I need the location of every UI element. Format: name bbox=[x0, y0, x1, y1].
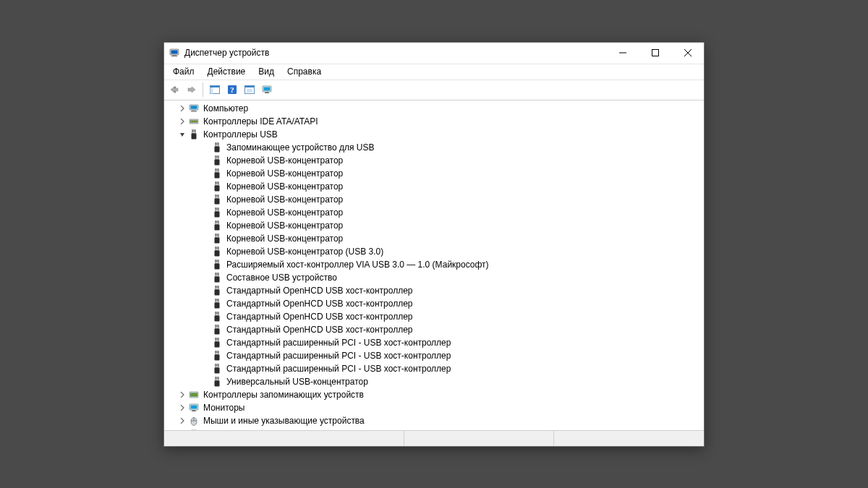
monitor-icon bbox=[261, 84, 273, 95]
svg-rect-54 bbox=[216, 208, 216, 210]
show-monitors-button[interactable] bbox=[258, 82, 275, 98]
usb-icon bbox=[211, 155, 223, 166]
minimize-button[interactable] bbox=[606, 43, 639, 64]
svg-rect-90 bbox=[216, 325, 216, 327]
expander-collapsed-icon[interactable] bbox=[177, 418, 187, 424]
menu-file[interactable]: Файл bbox=[167, 65, 200, 78]
tree-node-ide[interactable]: Контроллеры IDE ATA/ATAPI bbox=[167, 115, 704, 128]
menu-view[interactable]: Вид bbox=[252, 65, 280, 78]
tree-node-usb-device[interactable]: Корневой USB-концентратор (USB 3.0) bbox=[167, 245, 704, 258]
svg-point-28 bbox=[195, 121, 196, 121]
svg-rect-2 bbox=[172, 55, 176, 56]
minimize-icon bbox=[619, 49, 626, 56]
computer-icon bbox=[188, 103, 200, 114]
usb-icon bbox=[211, 272, 223, 283]
svg-rect-22 bbox=[192, 110, 196, 111]
tree-label: Запоминающее устройство для USB bbox=[225, 142, 375, 153]
menu-action[interactable]: Действие bbox=[202, 65, 252, 78]
svg-point-112 bbox=[193, 394, 195, 395]
svg-rect-5 bbox=[652, 50, 658, 56]
tree-label: Корневой USB-концентратор (USB 3.0) bbox=[225, 247, 385, 257]
status-cell bbox=[404, 431, 555, 446]
tree-node-usb-device[interactable]: Стандартный OpenHCD USB хост-контроллер bbox=[167, 310, 704, 323]
expander-collapsed-icon[interactable] bbox=[177, 119, 187, 124]
tree-node-monitors[interactable]: Мониторы bbox=[167, 401, 704, 414]
tree-label: Корневой USB-концентратор bbox=[225, 221, 344, 231]
svg-rect-42 bbox=[216, 169, 216, 171]
scan-hw-button[interactable] bbox=[241, 82, 258, 98]
svg-rect-60 bbox=[215, 224, 220, 230]
svg-rect-98 bbox=[216, 351, 216, 353]
svg-rect-50 bbox=[216, 195, 216, 197]
tree-node-usb-device[interactable]: Расширяемый хост-контроллер VIA USB 3.0 … bbox=[167, 258, 704, 271]
svg-rect-66 bbox=[216, 247, 216, 249]
svg-rect-23 bbox=[191, 111, 197, 111]
device-manager-window: Диспетчер устройств Файл Действие Вид Сп… bbox=[163, 42, 705, 447]
svg-rect-34 bbox=[216, 143, 216, 145]
content-area: Компьютер Контроллеры IDE ATA/ATAPI bbox=[164, 100, 704, 430]
tree-node-storage-controllers[interactable]: Контроллеры запоминающих устройств bbox=[167, 388, 704, 401]
tree-node-usb-device[interactable]: Стандартный расширенный PCI - USB хост-к… bbox=[167, 349, 704, 362]
usb-icon bbox=[211, 207, 223, 218]
tree-node-usb-device[interactable]: Корневой USB-концентратор bbox=[167, 193, 704, 206]
show-hide-tree-button[interactable] bbox=[206, 82, 223, 98]
tree-node-mice[interactable]: Мыши и иные указывающие устройства bbox=[167, 414, 704, 427]
tree-node-usb-device[interactable]: Корневой USB-концентратор bbox=[167, 219, 704, 232]
maximize-button[interactable] bbox=[639, 43, 671, 64]
tree-node-usb-device[interactable]: Корневой USB-концентратор bbox=[167, 154, 704, 167]
tree-node-usb-device[interactable]: Стандартный расширенный PCI - USB хост-к… bbox=[167, 362, 704, 375]
status-cell bbox=[554, 431, 704, 446]
svg-rect-103 bbox=[218, 364, 218, 366]
usb-icon bbox=[211, 233, 223, 244]
svg-rect-43 bbox=[218, 169, 218, 171]
svg-rect-116 bbox=[192, 410, 195, 411]
tree-node-usb-controllers[interactable]: Контроллеры USB bbox=[167, 128, 704, 141]
tree-node-usb-device[interactable]: Корневой USB-концентратор bbox=[167, 180, 704, 193]
usb-icon bbox=[211, 324, 223, 335]
tree-node-computer[interactable]: Компьютер bbox=[167, 102, 704, 115]
svg-rect-51 bbox=[218, 195, 218, 197]
tree-node-usb-device[interactable]: Стандартный OpenHCD USB хост-контроллер bbox=[167, 297, 704, 310]
storage-controller-icon bbox=[188, 389, 200, 401]
svg-rect-59 bbox=[218, 221, 218, 223]
forward-button[interactable] bbox=[183, 82, 200, 98]
arrow-right-icon bbox=[186, 84, 197, 95]
svg-point-113 bbox=[195, 394, 197, 395]
menu-help[interactable]: Справка bbox=[281, 65, 327, 78]
tree-node-usb-device[interactable]: Стандартный расширенный PCI - USB хост-к… bbox=[167, 336, 704, 349]
svg-rect-1 bbox=[171, 51, 178, 54]
device-tree[interactable]: Компьютер Контроллеры IDE ATA/ATAPI bbox=[164, 101, 704, 430]
back-button[interactable] bbox=[166, 82, 182, 98]
svg-rect-18 bbox=[265, 92, 268, 93]
usb-icon bbox=[211, 246, 223, 257]
tree-node-usb-device[interactable]: Корневой USB-концентратор bbox=[167, 206, 704, 219]
tree-label: Корневой USB-концентратор bbox=[225, 207, 344, 218]
expander-collapsed-icon[interactable] bbox=[177, 405, 187, 411]
tree-node-usb-device[interactable]: Корневой USB-концентратор bbox=[167, 167, 704, 180]
tree-node-usb-device[interactable]: Корневой USB-концентратор bbox=[167, 232, 704, 245]
close-button[interactable] bbox=[671, 43, 704, 64]
tree-node-usb-device[interactable]: Запоминающее устройство для USB bbox=[167, 141, 704, 154]
svg-rect-40 bbox=[215, 159, 220, 165]
expander-collapsed-icon[interactable] bbox=[177, 106, 187, 111]
tree-node-usb-device[interactable]: Стандартный OpenHCD USB хост-контроллер bbox=[167, 323, 704, 336]
svg-point-26 bbox=[191, 121, 192, 121]
tree-label: Мыши и иные указывающие устройства bbox=[202, 416, 366, 426]
svg-rect-3 bbox=[171, 56, 177, 56]
tree-node-usb-device[interactable]: Составное USB устройство bbox=[167, 271, 704, 284]
svg-rect-32 bbox=[192, 133, 197, 139]
tree-node-usb-device[interactable]: Универсальный USB-концентратор bbox=[167, 375, 704, 388]
svg-rect-44 bbox=[215, 172, 220, 178]
svg-rect-52 bbox=[215, 198, 220, 204]
titlebar[interactable]: Диспетчер устройств bbox=[164, 43, 704, 64]
tree-label: Стандартный OpenHCD USB хост-контроллер bbox=[225, 286, 414, 296]
expander-collapsed-icon[interactable] bbox=[177, 392, 187, 398]
help-button[interactable]: ? bbox=[224, 82, 240, 98]
svg-rect-39 bbox=[218, 156, 218, 158]
help-icon: ? bbox=[226, 84, 238, 95]
svg-rect-76 bbox=[215, 276, 220, 282]
svg-rect-80 bbox=[215, 289, 220, 295]
svg-rect-17 bbox=[263, 87, 270, 91]
tree-node-usb-device[interactable]: Стандартный OpenHCD USB хост-контроллер bbox=[167, 284, 704, 297]
expander-expanded-icon[interactable] bbox=[177, 132, 187, 137]
